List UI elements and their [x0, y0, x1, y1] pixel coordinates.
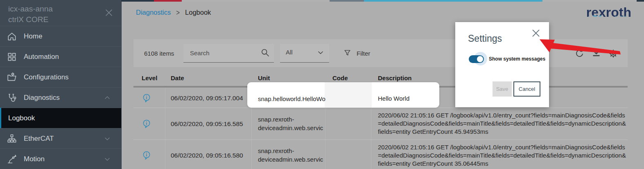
- column-header-description: Description: [378, 74, 412, 81]
- settings-gear-icon[interactable]: [608, 48, 619, 59]
- toolbar-actions: [574, 39, 619, 67]
- items-count: 6108 items: [144, 39, 174, 67]
- download-icon[interactable]: [591, 48, 602, 59]
- table-row-unit[interactable]: snap.helloworld.HelloWo: [258, 95, 326, 103]
- sidebar-item-label: Automation: [24, 53, 59, 61]
- sidebar-item-diagnostics[interactable]: Diagnostics: [0, 87, 121, 108]
- network-tree-icon: [7, 133, 17, 144]
- main-content: Diagnostics > Logbook rexroth 6108 items…: [121, 0, 644, 169]
- column-header-code: Code: [332, 74, 348, 81]
- cancel-button[interactable]: Cancel: [513, 81, 540, 97]
- funnel-icon: [343, 49, 352, 58]
- sidebar-item-label: Motion: [24, 155, 45, 163]
- table-row-description[interactable]: 2020/06/02 21:05:16 GET /logbook/api/v1.…: [378, 143, 626, 168]
- breadcrumb-separator: >: [176, 8, 180, 17]
- sidebar-item-home[interactable]: Home: [0, 26, 121, 46]
- sidebar-item-label: Logbook: [8, 114, 35, 122]
- chevron-down-icon: [103, 135, 111, 143]
- table-row-date[interactable]: 06/02/2020, 09:05:16.585: [171, 120, 243, 128]
- show-system-messages-row: Show system messages: [469, 55, 545, 63]
- sidebar-item-motion[interactable]: Motion: [0, 149, 121, 169]
- settings-popup: Settings Show system messages Save Cance…: [455, 22, 549, 107]
- filter-label: Filter: [357, 50, 370, 57]
- table-row-unit[interactable]: snap.rexroth-deviceadmin.web.service: [258, 115, 326, 132]
- sidebar-item-label: Diagnostics: [24, 94, 60, 102]
- table-row-description[interactable]: 2020/06/02 21:05:16 GET /logbook/api/v1.…: [378, 111, 626, 136]
- home-icon: [7, 31, 17, 42]
- sidebar-item-automation[interactable]: Automation: [0, 46, 121, 67]
- chevron-down-icon: [316, 48, 325, 57]
- sidebar-close-icon[interactable]: [104, 8, 114, 18]
- ctrlx-core-app: icx-aas-anna ctrlX CORE Home Automation: [0, 0, 644, 169]
- bosch-supergraphic-strip: [121, 0, 644, 2]
- stethoscope-icon: [7, 92, 17, 103]
- column-header-unit: Unit: [258, 74, 270, 81]
- info-icon: [142, 151, 151, 160]
- info-icon: [142, 93, 151, 103]
- scope-select-value: All: [286, 49, 293, 56]
- toggle-label: Show system messages: [489, 56, 545, 62]
- grid-icon: [7, 52, 17, 62]
- popup-title: Settings: [468, 33, 502, 44]
- info-icon: [142, 119, 151, 129]
- column-header-level: Level: [142, 74, 157, 81]
- table-row-date[interactable]: 06/02/2020, 09:05:17.004: [171, 95, 243, 102]
- row-divider: [133, 108, 628, 108]
- table-row-unit[interactable]: snap.rexroth-deviceadmin.web.service: [258, 146, 326, 164]
- breadcrumb-current: Logbook: [185, 9, 211, 16]
- breadcrumb: Diagnostics > Logbook: [136, 9, 211, 16]
- search-icon[interactable]: [260, 48, 270, 58]
- chevron-down-icon: [103, 155, 111, 163]
- save-button[interactable]: Save: [493, 81, 512, 97]
- sidebar-item-logbook[interactable]: Logbook: [0, 108, 121, 128]
- sidebar-item-label: EtherCAT: [24, 135, 54, 143]
- device-title: icx-aas-anna ctrlX CORE: [0, 0, 121, 25]
- scope-select[interactable]: All: [280, 44, 329, 63]
- breadcrumb-diagnostics-link[interactable]: Diagnostics: [136, 9, 171, 16]
- column-header-date: Date: [171, 74, 184, 81]
- close-icon[interactable]: [531, 28, 541, 38]
- sidebar: icx-aas-anna ctrlX CORE Home Automation: [0, 0, 122, 169]
- sidebar-header: icx-aas-anna ctrlX CORE: [0, 0, 121, 26]
- refresh-icon[interactable]: [574, 48, 585, 59]
- logbook-toolbar: 6108 items All Filter: [133, 39, 628, 67]
- search-box: [183, 44, 274, 63]
- filter-button[interactable]: Filter: [343, 39, 370, 67]
- sidebar-item-ethercat[interactable]: EtherCAT: [0, 128, 121, 149]
- table-row-date[interactable]: 06/02/2020, 09:05:16.580: [171, 152, 243, 159]
- sidebar-item-label: Home: [24, 32, 42, 41]
- search-input[interactable]: [189, 45, 256, 60]
- robot-arm-icon: [7, 154, 17, 164]
- sidebar-item-configurations[interactable]: Configurations: [0, 67, 121, 87]
- folder-gear-icon: [7, 72, 17, 83]
- row-divider: [133, 140, 628, 140]
- show-system-messages-toggle[interactable]: [469, 55, 484, 63]
- sidebar-item-label: Configurations: [24, 73, 69, 81]
- column-divider: [165, 88, 165, 169]
- chevron-up-icon: [103, 94, 111, 102]
- rexroth-logo: rexroth: [586, 5, 631, 20]
